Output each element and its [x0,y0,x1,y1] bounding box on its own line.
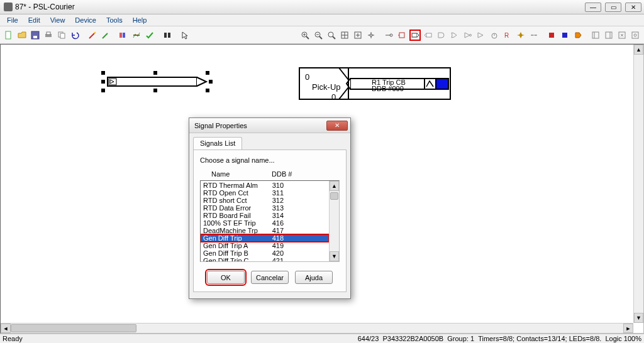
svg-point-50 [634,34,636,36]
spark1-button[interactable] [515,30,526,41]
undo-button[interactable] [69,30,80,41]
ok-button[interactable]: OK [207,271,245,284]
signal-list[interactable]: RTD Thermal Alm310RTD Open Cct311RTD sho… [200,180,340,262]
signal-block-button[interactable] [409,30,421,41]
maximize-button[interactable]: ▭ [605,3,621,12]
col-ddb: DDB # [272,170,292,178]
signal-row[interactable]: DeadMachine Trp417 [201,227,329,234]
menu-file[interactable]: File [3,15,23,25]
signal-text-line2: DDB #000 [372,85,404,92]
close-button[interactable]: ✕ [625,3,641,12]
scroll-up-icon[interactable]: ▲ [634,45,643,55]
signal-row[interactable]: RTD Open Cct311 [201,189,329,197]
cancel-button[interactable]: Cancelar [251,271,289,284]
anchor-left-button[interactable] [383,30,394,41]
copy-button[interactable] [56,30,67,41]
t2-button[interactable] [603,30,614,41]
dialog-title-bar[interactable]: Signal Properties ✕ [189,118,350,133]
gate-or-button[interactable] [449,30,460,41]
check-button[interactable] [144,30,155,41]
signal-row[interactable]: Gen Diff Trip418 [201,234,329,242]
status-logic: Logic 100% [606,335,642,342]
red-block-icon[interactable] [546,30,557,41]
menu-edit[interactable]: Edit [24,15,45,25]
horizontal-scrollbar[interactable]: ◄ ► [1,323,633,333]
signal-row[interactable]: RTD short Cct312 [201,197,329,204]
scroll-down-icon[interactable]: ▼ [634,313,643,323]
list-scroll-down-icon[interactable]: ▼ [330,251,339,261]
svg-rect-33 [412,33,417,37]
blue-block-icon[interactable] [559,30,570,41]
gate-xor-button[interactable] [475,30,487,41]
zoom-out-button[interactable] [313,30,324,41]
help-button[interactable]: Ajuda [295,271,333,284]
wand-button[interactable] [87,30,98,41]
minimize-button[interactable]: — [585,3,601,12]
signal-row[interactable]: Gen Diff Trip A419 [201,242,329,249]
text-button[interactable]: R [502,30,513,41]
svg-rect-4 [47,32,50,35]
selected-signal-block[interactable] [103,72,213,91]
new-button[interactable] [3,30,14,41]
signal-row[interactable]: Gen Diff Trip C421 [201,257,329,261]
dialog-close-button[interactable]: ✕ [326,121,348,131]
pickup-bottom-value: 0 [331,92,336,102]
svg-rect-13 [164,33,167,38]
svg-point-22 [328,32,333,37]
menu-help[interactable]: Help [128,15,152,25]
zoom-in-button[interactable] [299,30,311,41]
cfg2-button[interactable] [131,30,142,41]
open-button[interactable] [16,30,28,41]
svg-rect-11 [123,33,125,38]
menu-device[interactable]: Device [70,15,101,25]
tab-signals-list[interactable]: Signals List [193,137,242,150]
cfg1-button[interactable] [118,30,129,41]
t1-button[interactable] [590,30,601,41]
spark2-button[interactable] [528,30,540,41]
scroll-right-icon[interactable]: ► [623,324,633,333]
fit-button[interactable] [352,30,364,41]
select-cursor-button[interactable] [179,30,191,41]
print-button[interactable] [43,30,54,41]
t3-button[interactable] [616,30,628,41]
menu-bar: File Edit View Device Tools Help [0,14,644,26]
svg-point-8 [94,31,96,33]
signal-row[interactable]: RTD Data Error313 [201,204,329,212]
vertical-scrollbar[interactable]: ▲ ▼ [633,45,643,323]
scroll-left-icon[interactable]: ◄ [1,324,11,333]
svg-rect-6 [60,33,65,38]
grid-button[interactable] [339,30,350,41]
anchor-right-button[interactable] [396,30,408,41]
list-scroll-thumb[interactable] [330,192,338,200]
menu-tools[interactable]: Tools [102,15,127,25]
list-scrollbar[interactable]: ▲ ▼ [329,181,339,261]
svg-rect-31 [399,33,404,38]
hscroll-thumb[interactable] [11,324,136,332]
wand2-button[interactable] [100,30,111,41]
menu-view[interactable]: View [46,15,70,25]
pan-button[interactable] [365,30,377,41]
t4-button[interactable] [630,30,641,41]
svg-rect-34 [426,33,431,37]
signal-row[interactable]: RTD Board Fail314 [201,212,329,219]
dialog-title: Signal Properties [194,122,247,129]
status-timers: Timers=8/8; Contacts=13/14; LEDs=8/8. [478,335,601,342]
orange-block-icon[interactable] [572,30,584,41]
signal-row[interactable]: Gen Diff Trip B420 [201,249,329,257]
svg-rect-49 [632,32,638,38]
choose-signal-label: Choose a signal name... [200,156,340,164]
list-scroll-up-icon[interactable]: ▲ [330,181,339,191]
signal-row[interactable]: RTD Thermal Alm310 [201,182,329,189]
save-button[interactable] [30,30,41,41]
signal-properties-dialog: Signal Properties ✕ Signals List Choose … [189,117,351,299]
status-model: P343322B2A0050B [382,335,443,342]
zoom-1-button[interactable] [326,30,337,41]
gate-and-button[interactable] [436,30,447,41]
svg-rect-46 [606,32,612,38]
signal-left-button[interactable] [423,30,434,41]
find-button[interactable] [162,30,173,41]
timer-icon[interactable] [489,30,500,41]
gate-not-button[interactable] [462,30,474,41]
signal-row[interactable]: 100% ST EF Trip416 [201,219,329,227]
toolbar: R [0,26,644,44]
